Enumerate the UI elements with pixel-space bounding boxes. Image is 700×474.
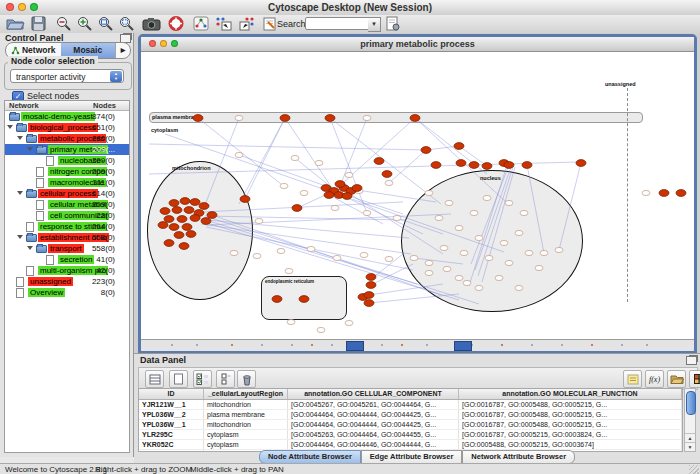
data-panel-float-icon[interactable] — [686, 356, 697, 365]
column-header[interactable]: _cellularLayoutRegion — [204, 389, 288, 399]
network-node[interactable] — [364, 300, 374, 307]
network-node-small[interactable] — [443, 266, 451, 271]
tree-row[interactable]: transport558(0) — [5, 243, 129, 254]
tab-node-attribute-browser[interactable]: Node Attribute Browser — [259, 450, 361, 464]
network-node-small[interactable] — [515, 230, 523, 235]
table-cell[interactable]: [GO:0005488, GO:0005215, GO:0003674] — [459, 440, 682, 449]
network-node[interactable] — [240, 196, 250, 203]
network-node[interactable] — [382, 171, 392, 178]
attribute-checklist-icon[interactable] — [193, 370, 212, 388]
attribute-list-icon[interactable] — [216, 370, 235, 388]
network-node-small[interactable] — [291, 155, 299, 160]
network-node[interactable] — [504, 162, 514, 169]
table-cell[interactable]: YPL036W__2 — [139, 410, 204, 419]
network-node-small[interactable] — [440, 245, 448, 250]
network-node[interactable] — [352, 185, 362, 192]
tab-edge-attribute-browser[interactable]: Edge Attribute Browser — [361, 450, 462, 464]
network-node[interactable] — [169, 224, 179, 231]
network-node[interactable] — [469, 162, 479, 169]
node-color-combobox[interactable]: transporter activity ▲▼ — [10, 69, 124, 83]
expand-triangle-icon[interactable] — [27, 147, 33, 151]
network-node-small[interactable] — [535, 265, 543, 270]
network-node[interactable] — [184, 207, 194, 214]
snapshot-icon[interactable] — [142, 16, 162, 31]
tree-row[interactable]: nucleobase-209(0) — [5, 155, 129, 166]
network-node-small[interactable] — [235, 115, 243, 120]
tree-row[interactable]: cellular metabol209(0) — [5, 199, 129, 210]
search-dropdown-button[interactable]: ▼ — [368, 17, 381, 32]
export-network-icon[interactable] — [238, 16, 257, 31]
table-cell[interactable]: plasma membrane — [204, 410, 288, 419]
network-node[interactable] — [676, 190, 686, 197]
network-node-small[interactable] — [360, 252, 368, 257]
tree-row[interactable]: metabolic process280(0) — [5, 133, 129, 144]
tree-row[interactable]: cellular process614(0) — [5, 188, 129, 199]
network-node-small[interactable] — [505, 260, 513, 265]
network-node-small[interactable] — [315, 160, 323, 165]
network-node[interactable] — [342, 193, 352, 200]
network-node-small[interactable] — [253, 253, 261, 258]
table-cell[interactable]: YLR295C — [139, 430, 204, 439]
import-network-icon[interactable] — [214, 16, 233, 31]
table-cell[interactable]: YKR052C — [139, 440, 204, 449]
network-node[interactable] — [325, 115, 335, 122]
network-node[interactable] — [172, 207, 182, 214]
network-node-small[interactable] — [331, 205, 339, 210]
network-node-small[interactable] — [455, 225, 463, 230]
tree-row[interactable]: secretion41(0) — [5, 254, 129, 265]
table-cell[interactable]: cytoplasm — [204, 440, 288, 449]
network-node[interactable] — [182, 224, 192, 231]
scroll-up-arrow[interactable]: ▲ — [685, 433, 695, 442]
network-minimap-strip[interactable] — [141, 339, 694, 351]
network-node[interactable] — [180, 198, 190, 205]
network-icon[interactable] — [193, 16, 210, 31]
minimap-viewport[interactable] — [346, 341, 364, 351]
network-node-small[interactable] — [287, 319, 295, 324]
network-node[interactable] — [179, 243, 189, 250]
annotation-icon[interactable] — [262, 16, 278, 31]
network-node-small[interactable] — [520, 210, 528, 215]
network-node[interactable] — [177, 216, 187, 223]
table-cell[interactable]: [GO:0044464, GO:0044446, GO:0044444, G..… — [288, 440, 459, 449]
search-options-icon[interactable] — [385, 16, 401, 31]
zoom-out-icon[interactable] — [55, 16, 73, 31]
network-node[interactable] — [186, 231, 196, 238]
table-row[interactable]: YPL036W__1mitochondrion[GO:0044464, GO:0… — [139, 420, 682, 430]
network-node[interactable] — [174, 232, 184, 239]
table-cell[interactable]: [GO:0044464, GO:0044444, GO:0044425, G..… — [288, 410, 459, 419]
table-cell[interactable]: YJR121W__1 — [139, 400, 204, 409]
network-node[interactable] — [335, 181, 345, 188]
network-node-small[interactable] — [300, 190, 308, 195]
tree-row[interactable]: biological_process651(0) — [5, 122, 129, 133]
network-node-small[interactable] — [255, 218, 263, 223]
expand-triangle-icon[interactable] — [17, 235, 23, 239]
column-header[interactable]: ID — [139, 389, 204, 399]
network-node[interactable] — [324, 192, 334, 199]
network-node-small[interactable] — [540, 250, 548, 255]
table-cell[interactable]: [GO:0016787, GO:0005488, GO:0005215, G..… — [459, 420, 682, 429]
tree-row[interactable]: establishment of lo558(0) — [5, 232, 129, 243]
zoom-selected-icon[interactable] — [118, 16, 136, 31]
column-header[interactable]: annotation.GO MOLECULAR_FUNCTION — [459, 389, 682, 399]
network-node-small[interactable] — [463, 280, 471, 285]
network-node-small[interactable] — [455, 275, 463, 280]
network-node[interactable] — [190, 199, 200, 206]
network-node-small[interactable] — [345, 172, 353, 177]
network-node-small[interactable] — [385, 256, 393, 261]
table-cell[interactable]: [GO:0045263, GO:0044464, GO:0044455, G..… — [288, 430, 459, 439]
zoom-fit-icon[interactable] — [97, 16, 115, 31]
network-node[interactable] — [456, 160, 466, 167]
network-node-small[interactable] — [483, 195, 491, 200]
network-node-small[interactable] — [475, 285, 483, 290]
network-node-small[interactable] — [235, 152, 243, 157]
expand-triangle-icon[interactable] — [7, 125, 13, 129]
expand-triangle-icon[interactable] — [17, 191, 23, 195]
formula-icon[interactable]: f(x) — [645, 370, 664, 388]
network-node-small[interactable] — [363, 210, 371, 215]
network-node[interactable] — [164, 240, 174, 247]
tree-row[interactable]: Overview8(0) — [5, 287, 129, 298]
network-node[interactable] — [169, 200, 179, 207]
network-node[interactable] — [158, 222, 168, 229]
expand-triangle-icon[interactable] — [27, 246, 33, 250]
network-node-small[interactable] — [505, 200, 513, 205]
